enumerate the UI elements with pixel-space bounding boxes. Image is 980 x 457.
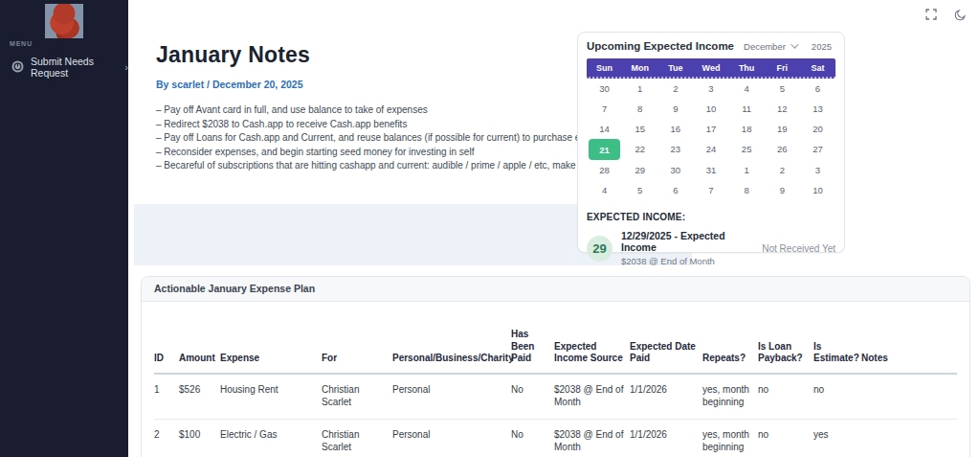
income-status: Not Received Yet [762, 243, 835, 254]
column-header: Expense [220, 302, 322, 374]
calendar-day[interactable]: 2 [657, 79, 693, 99]
calendar-day[interactable]: 31 [693, 160, 728, 180]
dark-mode-moon-icon[interactable] [954, 9, 967, 21]
table-cell: no [758, 419, 813, 457]
calendar-day[interactable]: 12 [765, 99, 800, 119]
column-header: Amount [179, 302, 220, 374]
calendar-day[interactable]: 4 [729, 79, 765, 99]
table-cell: Christian Scarlet [322, 419, 392, 457]
calendar-day[interactable]: 25 [729, 139, 765, 159]
expected-income-heading: EXPECTED INCOME: [587, 212, 835, 222]
calendar-day[interactable]: 1 [622, 79, 657, 99]
month-select[interactable]: December [744, 41, 796, 52]
calendar-day[interactable]: 10 [693, 99, 728, 119]
calendar-day[interactable]: 5 [765, 79, 800, 99]
income-amount: $2038 @ End of Month [621, 256, 762, 266]
upcoming-income-widget: Upcoming Expected Income December 2025 S… [577, 32, 845, 253]
table-cell: 1/1/2026 [630, 419, 702, 457]
calendar-day[interactable]: 30 [587, 79, 622, 99]
sidebar: MENU Submit Needs Request › [0, 0, 128, 457]
column-header: Personal/Business/Charity [392, 302, 511, 374]
calendar-day[interactable]: 5 [622, 180, 657, 200]
fullscreen-icon[interactable] [925, 9, 937, 21]
calendar-day[interactable]: 7 [587, 99, 622, 119]
calendar-day[interactable]: 28 [587, 160, 622, 180]
calendar-day[interactable]: 9 [657, 99, 693, 119]
column-header: Has Been Paid [511, 302, 554, 374]
table-cell: 2 [154, 419, 179, 457]
calendar-day[interactable]: 2 [765, 160, 800, 180]
table-cell [861, 419, 957, 457]
calendar-day[interactable]: 8 [729, 180, 765, 200]
calendar-day[interactable]: 1 [729, 160, 765, 180]
calendar-day[interactable]: 8 [622, 99, 657, 119]
column-header: Is Estimate? [813, 302, 861, 374]
calendar-day[interactable]: 11 [729, 99, 765, 119]
chevron-right-icon: › [124, 61, 128, 73]
column-header: ID [154, 302, 179, 374]
column-header: Notes [861, 302, 957, 374]
calendar-day[interactable]: 29 [622, 160, 657, 180]
calendar-day[interactable]: 15 [622, 119, 657, 139]
calendar-day[interactable]: 7 [693, 180, 728, 200]
table-header-row: IDAmountExpenseForPersonal/Business/Char… [154, 302, 957, 374]
calendar-grid: 3012345678910111213141516171819202122232… [587, 79, 835, 200]
expense-plan-body: IDAmountExpenseForPersonal/Business/Char… [142, 302, 969, 457]
calendar-day[interactable]: 18 [729, 119, 765, 139]
table-cell: No [511, 419, 554, 457]
calendar-day[interactable]: 21 [589, 139, 620, 160]
calendar-title: Upcoming Expected Income [587, 40, 744, 52]
table-cell: Housing Rent [220, 374, 322, 420]
calendar-day[interactable]: 6 [800, 79, 835, 99]
year-select[interactable]: 2025 [812, 41, 832, 52]
table-cell: No [511, 374, 554, 420]
calendar-day[interactable]: 6 [657, 180, 693, 200]
income-title: 12/29/2025 - Expected Income [621, 230, 762, 253]
chevron-down-icon [791, 40, 798, 48]
calendar-day[interactable]: 23 [657, 139, 693, 159]
month-select-value: December [744, 41, 786, 52]
calendar-header: Upcoming Expected Income December 2025 [587, 40, 835, 52]
calendar-day[interactable]: 4 [587, 180, 622, 200]
calendar-day-headers: SunMonTueWedThuFriSat [587, 58, 835, 79]
column-header: Expected Date Paid [630, 302, 702, 374]
calendar-day[interactable]: 22 [622, 139, 657, 159]
column-header: Expected Income Source [554, 302, 630, 374]
calendar-day[interactable]: 19 [765, 119, 800, 139]
day-header-tue: Tue [657, 63, 693, 73]
table-cell [861, 374, 957, 420]
table-cell: yes [813, 419, 861, 457]
calendar-day[interactable]: 16 [657, 119, 693, 139]
calendar-day[interactable]: 24 [693, 139, 728, 159]
column-header: Is Loan Payback? [758, 302, 813, 374]
site-logo[interactable] [45, 4, 83, 38]
expected-income-item[interactable]: 29 12/29/2025 - Expected Income $2038 @ … [587, 230, 835, 266]
table-row: 1$526Housing RentChristian ScarletPerson… [154, 374, 957, 420]
calendar-day[interactable]: 9 [765, 180, 800, 200]
calendar-day[interactable]: 10 [800, 180, 835, 200]
calendar-day[interactable]: 13 [800, 99, 835, 119]
expense-plan-card: Actionable January Expense Plan IDAmount… [141, 276, 970, 457]
table-cell: Personal [392, 374, 511, 420]
table-cell: $100 [179, 419, 220, 457]
calendar-day[interactable]: 3 [800, 160, 835, 180]
day-header-mon: Mon [622, 63, 657, 73]
calendar-day[interactable]: 26 [765, 139, 800, 159]
sidebar-item-submit-needs-request[interactable]: Submit Needs Request › [0, 57, 128, 77]
table-cell: Electric / Gas [220, 419, 322, 457]
calendar-day[interactable]: 20 [800, 119, 835, 139]
column-header: Repeats? [702, 302, 758, 374]
income-details: 12/29/2025 - Expected Income $2038 @ End… [621, 230, 762, 266]
calendar-day[interactable]: 17 [693, 119, 728, 139]
expense-plan-table: IDAmountExpenseForPersonal/Business/Char… [154, 302, 957, 457]
calendar-day[interactable]: 30 [657, 160, 693, 180]
table-cell: $2038 @ End of Month [554, 374, 630, 420]
calendar-day[interactable]: 3 [693, 79, 728, 99]
calendar-day[interactable]: 14 [587, 119, 622, 139]
table-cell: $526 [179, 374, 220, 420]
calendar-day[interactable]: 27 [800, 139, 835, 159]
table-cell: no [813, 374, 861, 420]
sidebar-item-label: Submit Needs Request [31, 56, 114, 79]
day-header-fri: Fri [765, 63, 800, 73]
table-cell: Christian Scarlet [322, 374, 392, 420]
